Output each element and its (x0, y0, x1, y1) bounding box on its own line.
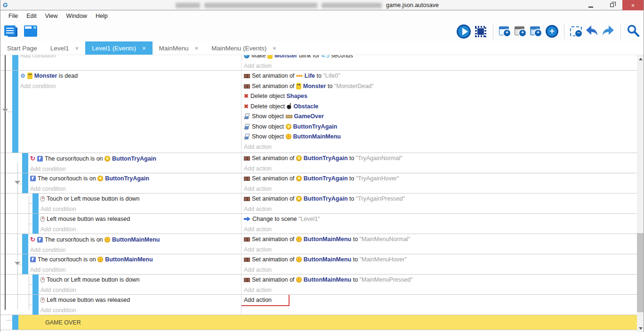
mouse-icon (40, 297, 45, 303)
add-condition-link[interactable]: Add condition (40, 285, 241, 295)
event-row: ↻The cursor/touch is on ButtonMainMenuAd… (0, 234, 637, 254)
action-line[interactable]: Set animation of ButtonMainMenu to "Main… (244, 275, 637, 285)
undo-icon[interactable] (585, 24, 598, 39)
text-segment: Touch or Left mouse button is down (47, 276, 139, 283)
project-manager-icon[interactable] (4, 25, 18, 38)
add-event-icon[interactable] (499, 26, 511, 37)
restore-button[interactable] (601, 0, 622, 10)
add-condition-link[interactable]: Add condition (40, 225, 241, 234)
add-action-link[interactable]: Add action (244, 164, 637, 173)
add-action-link[interactable]: Add action (244, 142, 637, 153)
add-action-link[interactable]: Add action (244, 265, 637, 275)
condition-line[interactable]: ↻The cursor/touch is on ButtonMainMenu (30, 235, 241, 245)
close-tab-icon[interactable]: × (273, 45, 276, 52)
add-action-link[interactable]: Add action (244, 245, 637, 254)
text-segment: Set animation of (252, 256, 296, 263)
coin-menu-icon (97, 257, 103, 262)
add-condition-link[interactable]: Add condition (20, 55, 241, 61)
add-action-link[interactable]: Add action (244, 184, 637, 194)
add-condition-link[interactable]: Add condition (30, 265, 241, 275)
add-condition-link[interactable]: Add condition (40, 306, 241, 315)
event-row: ⚙Monster is deadAdd conditionSet animati… (0, 71, 637, 153)
comment-row[interactable]: GAME OVER (0, 315, 637, 330)
action-line[interactable]: Set animation of ButtonTryAgain to "TryA… (244, 194, 637, 204)
action-line[interactable]: Make Monster blink for 4.5 seconds (244, 55, 637, 61)
condition-line[interactable]: ⚙Monster is dead (20, 71, 241, 81)
scene-editor-icon[interactable] (24, 25, 38, 38)
menu-item-window[interactable]: Window (62, 13, 91, 19)
action-line[interactable]: Set animation of ButtonTryAgain to "TryA… (244, 154, 637, 164)
condition-line[interactable]: ↻The cursor/touch is on ButtonTryAgain (30, 154, 241, 164)
action-line[interactable]: Set animation of ButtonTryAgain to "TryA… (244, 174, 637, 184)
event-selection-bar (32, 275, 39, 294)
condition-line[interactable]: Left mouse button was released (40, 295, 241, 306)
tab-level1[interactable]: Level1× (44, 41, 85, 55)
close-tab-icon[interactable]: × (142, 45, 146, 52)
add-condition-link[interactable]: Add condition (30, 184, 241, 194)
tab-level1-events-[interactable]: Level1 (Events)× (85, 41, 152, 55)
add-condition-link[interactable]: Add condition (20, 81, 241, 92)
add-comment-icon[interactable] (515, 26, 527, 37)
debugger-icon[interactable] (474, 25, 487, 38)
scrollbar-thumb[interactable] (637, 233, 644, 312)
add-condition-link[interactable]: Add condition (40, 204, 241, 214)
expander-icon[interactable] (15, 262, 20, 265)
add-subevent-icon[interactable] (530, 26, 542, 37)
coin-try-icon (296, 196, 302, 202)
action-line[interactable]: Show object ButtonTryAgain (244, 122, 637, 132)
minimize-button[interactable] (580, 0, 601, 10)
preview-play-icon[interactable] (457, 24, 471, 39)
menu-item-edit[interactable]: Edit (22, 13, 41, 19)
action-line[interactable]: ✖Delete object Obstacle (244, 102, 637, 112)
add-action-link[interactable]: Add action (244, 204, 637, 214)
text-segment: Left mouse button was released (47, 216, 130, 222)
expander-icon[interactable] (2, 109, 8, 112)
actions-cell: Set animation of ButtonTryAgain to "TryA… (242, 194, 637, 213)
object-name: ButtonMainMenu (293, 133, 341, 140)
action-line[interactable]: Change to scene "Level1" (244, 214, 637, 225)
condition-line[interactable]: Touch or Left mouse button is down (40, 275, 241, 285)
vertical-scrollbar[interactable] (637, 55, 644, 332)
action-line[interactable]: ✖Delete object Shapes (244, 91, 637, 102)
add-condition-link[interactable]: Add condition (30, 164, 241, 173)
add-condition-link[interactable]: Add condition (30, 245, 241, 254)
delete-event-icon[interactable] (570, 26, 582, 36)
tab-start-page[interactable]: Start Page (0, 41, 44, 55)
condition-line[interactable]: Left mouse button was released (40, 214, 241, 225)
menu-item-help[interactable]: Help (91, 13, 112, 19)
events-sheet: Add conditionMake Monster blink for 4.5 … (0, 55, 644, 332)
redo-icon[interactable] (602, 24, 615, 39)
close-tab-icon[interactable]: × (75, 45, 79, 52)
condition-line[interactable]: The cursor/touch is on ButtonTryAgain (30, 174, 241, 184)
add-action-link[interactable]: Add action (242, 295, 290, 306)
add-action-link[interactable]: Add action (244, 61, 637, 71)
close-tab-icon[interactable]: × (195, 45, 199, 52)
parameter-value: "TryAgainHover" (356, 175, 399, 182)
text-segment: Change to scene (252, 216, 298, 222)
action-line[interactable]: Show object GameOver (244, 112, 637, 122)
add-action-highlight: Add action (244, 295, 637, 306)
action-line[interactable]: Show object ButtonMainMenu (244, 132, 637, 142)
coin-menu-icon (105, 237, 110, 243)
add-other-event-icon[interactable] (546, 25, 558, 38)
condition-line[interactable]: The cursor/touch is on ButtonMainMenu (30, 255, 241, 265)
add-action-link[interactable]: Add action (244, 225, 637, 234)
search-icon[interactable] (627, 24, 640, 39)
close-button[interactable]: × (622, 0, 644, 10)
scroll-up-icon[interactable] (637, 55, 644, 63)
action-line[interactable]: Set animation of ButtonMainMenu to "Main… (244, 235, 637, 245)
action-line[interactable]: Set animation of ButtonMainMenu to "Main… (244, 255, 637, 265)
action-line[interactable]: Set animation of Life to "Life0" (244, 71, 637, 81)
add-action-link[interactable]: Add action (244, 285, 637, 295)
tab-mainmenu-events-[interactable]: MainMenu (Events)× (205, 41, 283, 55)
tab-mainmenu[interactable]: MainMenu× (153, 41, 205, 55)
expander-icon[interactable] (15, 181, 20, 184)
menu-item-file[interactable]: File (4, 13, 22, 19)
scroll-down-icon[interactable] (637, 324, 644, 332)
text-segment: to (351, 276, 359, 283)
condition-line[interactable]: Touch or Left mouse button is down (40, 194, 241, 204)
event-row: The cursor/touch is on ButtonTryAgainAdd… (0, 173, 637, 194)
object-name: ButtonTryAgain (112, 155, 156, 162)
action-line[interactable]: Set animation of Monster to "MonsterDead… (244, 81, 637, 92)
menu-item-view[interactable]: View (41, 13, 62, 19)
